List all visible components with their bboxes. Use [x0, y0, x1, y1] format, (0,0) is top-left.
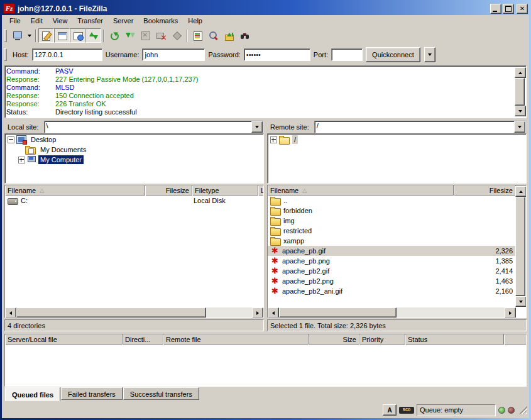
password-input[interactable] — [244, 48, 310, 61]
file-row-apache-pb2-gif[interactable]: apache_pb2.gif2,414 — [268, 266, 515, 276]
menu-help[interactable]: Help — [183, 16, 207, 25]
scrollbar-track[interactable] — [397, 307, 505, 318]
scrollbar-thumb[interactable] — [515, 197, 525, 296]
column-header-filename[interactable]: Filename△ — [268, 185, 454, 196]
cancel-button[interactable] — [138, 28, 153, 43]
toggle-remote-tree-button[interactable] — [70, 28, 85, 43]
remote-tree-item-item[interactable]: / — [269, 135, 525, 145]
reconnect-button[interactable] — [169, 28, 185, 43]
menu-file[interactable]: File — [4, 16, 26, 25]
file-row-xampp[interactable]: xampp — [268, 236, 515, 246]
port-input[interactable] — [331, 48, 363, 61]
file-size-cell — [454, 226, 515, 236]
tab-successful-transfers[interactable]: Successful transfers — [123, 387, 199, 400]
toggle-local-tree-button[interactable] — [54, 28, 70, 43]
compare-button[interactable] — [205, 28, 221, 43]
column-header-filesize[interactable]: Filesize — [454, 185, 516, 196]
file-row-item[interactable]: .. — [268, 196, 515, 206]
username-input[interactable] — [142, 48, 205, 61]
queue-column-size[interactable]: Size — [309, 334, 359, 345]
quickconnect-button[interactable]: Quickconnect — [366, 47, 420, 62]
close-button[interactable]: ✕ — [517, 4, 528, 14]
window-title: john@127.0.0.1 - FileZilla — [18, 4, 488, 13]
filter-button[interactable] — [190, 28, 205, 43]
scroll-right-button[interactable] — [252, 307, 263, 318]
scrollbar-thumb[interactable] — [515, 78, 525, 106]
tab-failed-transfers[interactable]: Failed transfers — [61, 387, 123, 400]
site-manager-dropdown-button[interactable] — [25, 28, 33, 43]
site-manager-button[interactable] — [9, 28, 25, 43]
remote-site-dropdown-button[interactable] — [514, 121, 525, 133]
scroll-down-button[interactable] — [515, 296, 527, 307]
menu-transfer[interactable]: Transfer — [72, 16, 108, 25]
scrollbar-track[interactable] — [206, 307, 252, 318]
local-site-combobox[interactable]: \ — [44, 121, 263, 133]
toolbar-separator — [187, 30, 188, 42]
column-header-filetype[interactable]: Filetype — [192, 185, 258, 196]
file-row-apache-pb-gif[interactable]: apache_pb.gif2,326 — [268, 246, 515, 256]
local-site-dropdown-button[interactable] — [251, 121, 263, 133]
file-row-restricted[interactable]: restricted — [268, 226, 515, 236]
local-tree-item-my-documents[interactable]: My Documents — [6, 145, 262, 155]
menu-bookmarks[interactable]: Bookmarks — [138, 16, 183, 25]
scrollbar-thumb[interactable] — [279, 307, 397, 318]
column-header-l[interactable]: L — [258, 185, 264, 196]
file-row-c[interactable]: C:Local Disk — [5, 196, 263, 206]
queue-column-remote-file[interactable]: Remote file — [163, 334, 309, 345]
queue-column-status[interactable]: Status — [405, 334, 504, 345]
plus-expander[interactable] — [270, 136, 277, 143]
file-size-cell — [454, 236, 515, 246]
disconnect-button[interactable] — [153, 28, 169, 43]
menu-bar: FileEditViewTransferServerBookmarksHelp — [2, 15, 529, 26]
toggle-queue-button[interactable] — [85, 28, 101, 43]
scroll-down-button[interactable] — [515, 106, 526, 116]
maximize-button[interactable] — [503, 4, 514, 14]
menu-view[interactable]: View — [48, 16, 73, 25]
queue-column-priority[interactable]: Priority — [359, 334, 405, 345]
scrollbar-thumb[interactable] — [16, 307, 206, 318]
client-area: FileEditViewTransferServerBookmarksHelp … — [2, 15, 529, 418]
quickconnect-dropdown-button[interactable] — [424, 47, 435, 62]
scroll-right-button[interactable] — [505, 307, 516, 318]
scroll-up-button[interactable] — [515, 186, 527, 197]
toggle-message-log-button[interactable] — [38, 28, 54, 43]
refresh-button[interactable] — [106, 28, 122, 43]
toolbar-gripper[interactable] — [4, 48, 7, 61]
plus-expander[interactable] — [18, 157, 25, 163]
remote-site-pane: Remote site: / / — [267, 121, 527, 184]
file-row-forbidden[interactable]: forbidden — [268, 206, 515, 216]
speed-limit-indicator[interactable]: SCO — [399, 407, 414, 414]
local-tree-item-desktop[interactable]: Desktop — [6, 135, 262, 145]
host-input[interactable] — [32, 48, 102, 61]
queue-column-directi[interactable]: Directi... — [123, 334, 163, 345]
remote-site-combobox[interactable]: / — [314, 121, 526, 133]
menu-server[interactable]: Server — [108, 16, 138, 25]
scroll-up-button[interactable] — [515, 67, 526, 78]
scroll-left-button[interactable] — [268, 307, 279, 318]
find-button[interactable] — [237, 28, 253, 43]
file-name-cell: apache_pb.png — [268, 256, 454, 266]
file-row-apache-pb2-ani-gif[interactable]: apache_pb2_ani.gif2,160 — [268, 286, 515, 296]
file-row-apache-pb2-png[interactable]: apache_pb2.png1,463 — [268, 276, 515, 286]
column-header-filesize[interactable]: Filesize — [145, 185, 192, 196]
resize-grip[interactable] — [519, 406, 527, 414]
remote-vertical-scrollbar[interactable] — [515, 186, 525, 307]
menu-edit[interactable]: Edit — [26, 16, 48, 25]
file-name-cell: C: — [5, 196, 145, 206]
file-row-apache-pb-png[interactable]: apache_pb.png1,385 — [268, 256, 515, 266]
minus-expander[interactable] — [8, 136, 14, 143]
toolbar-gripper[interactable] — [4, 30, 7, 42]
message-log-scrollbar[interactable] — [515, 67, 525, 116]
file-row-img[interactable]: img — [268, 216, 515, 226]
transfer-type-indicator[interactable]: A — [383, 404, 397, 416]
remote-horizontal-scrollbar[interactable] — [268, 307, 516, 318]
process-queue-button[interactable] — [122, 28, 138, 43]
sync-browsing-button[interactable] — [221, 28, 237, 43]
minimize-button[interactable] — [490, 4, 501, 14]
queue-column-server-local-file[interactable]: Server/Local file — [5, 334, 123, 345]
scroll-left-button[interactable] — [5, 307, 16, 318]
column-header-filename[interactable]: Filename△ — [5, 185, 145, 196]
local-horizontal-scrollbar[interactable] — [5, 307, 263, 318]
tab-queued-files[interactable]: Queued files — [5, 387, 60, 401]
local-tree-item-my-computer[interactable]: My Computer — [6, 155, 262, 165]
